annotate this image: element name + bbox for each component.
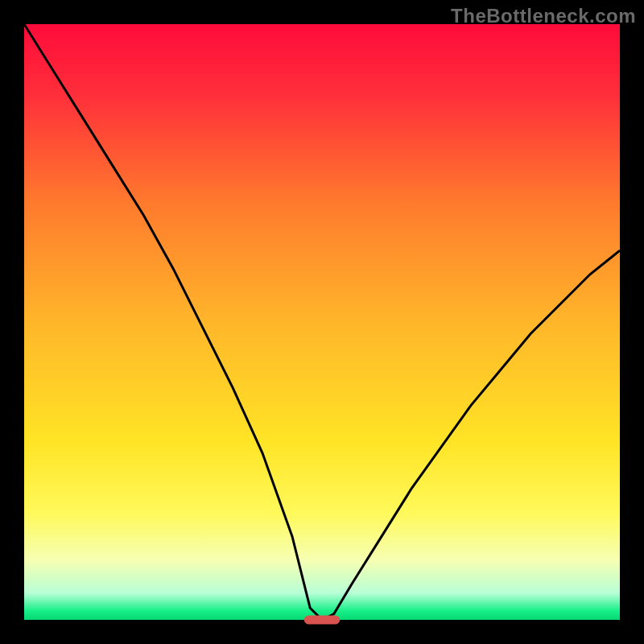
chart-frame: TheBottleneck.com — [0, 0, 644, 644]
plot-background — [24, 24, 620, 620]
watermark-text: TheBottleneck.com — [451, 5, 636, 27]
bottleneck-marker — [304, 615, 340, 624]
bottleneck-chart — [0, 0, 644, 644]
